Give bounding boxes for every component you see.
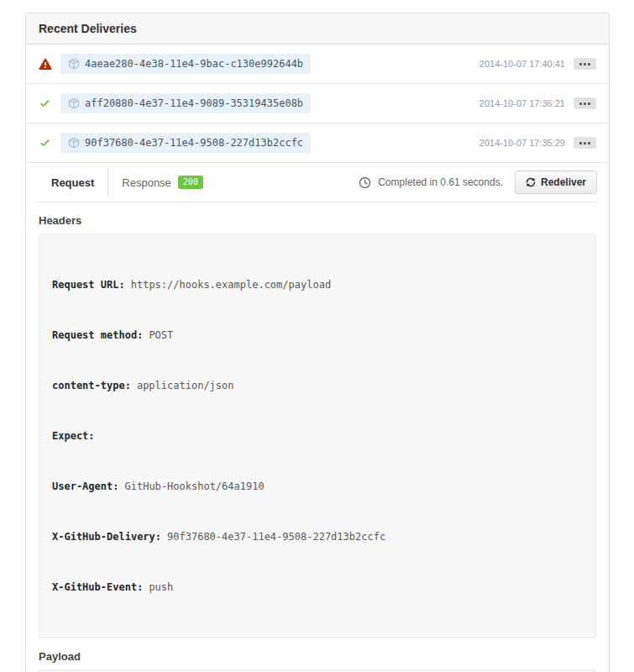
ellipsis-button[interactable] <box>574 58 596 70</box>
header-line: X-GitHub-Event:push <box>52 579 583 596</box>
headers-section-title: Headers <box>39 214 596 227</box>
sync-icon <box>526 176 536 188</box>
ellipsis-icon <box>579 102 582 105</box>
header-name: X-GitHub-Delivery: <box>52 531 161 543</box>
tab-request[interactable]: Request <box>38 170 107 196</box>
panel-title: Recent Deliveries <box>26 13 609 45</box>
status-code-badge: 200 <box>178 176 203 189</box>
header-name: X-GitHub-Event: <box>52 581 143 593</box>
header-line: Request URL:https://hooks.example.com/pa… <box>52 276 583 293</box>
delivery-uuid: 90f37680-4e37-11e4-9508-227d13b2ccfc <box>85 137 303 149</box>
header-line: Request method:POST <box>52 327 583 344</box>
delivery-uuid: 4aeae280-4e38-11e4-9bac-c130e992644b <box>85 58 303 70</box>
delivery-row: aff20880-4e37-11e4-9089-35319435e08b2014… <box>26 84 609 123</box>
header-line: X-GitHub-Delivery:90f37680-4e37-11e4-950… <box>52 528 583 545</box>
package-icon <box>68 58 80 70</box>
package-icon <box>68 97 80 109</box>
header-name: Expect: <box>52 430 95 442</box>
header-value: push <box>149 581 173 593</box>
header-name: content-type: <box>52 380 131 391</box>
package-icon <box>68 137 80 149</box>
alert-icon <box>39 57 54 71</box>
ellipsis-icon <box>584 63 586 66</box>
ellipsis-icon <box>584 102 586 105</box>
request-headers-box: Request URL:https://hooks.example.com/pa… <box>39 234 596 638</box>
detail-tab-bar: Request Response 200 Completed in 0.61 s… <box>38 163 597 202</box>
deliveries-list: 4aeae280-4e38-11e4-9bac-c130e992644b2014… <box>26 45 609 163</box>
tab-response-label: Response <box>122 176 171 189</box>
delivery-timestamp: 2014-10-07 17:40:41 <box>479 59 565 69</box>
header-line: User-Agent:GitHub-Hookshot/64a1910 <box>52 478 583 495</box>
tab-request-label: Request <box>51 176 94 189</box>
completed-text: Completed in 0.61 seconds. <box>378 176 503 188</box>
ellipsis-icon <box>584 142 586 144</box>
header-value: application/json <box>137 380 234 391</box>
payload-section-title: Payload <box>39 650 596 663</box>
recent-deliveries-panel: Recent Deliveries 4aeae280-4e38-11e4-9ba… <box>25 13 610 672</box>
ellipsis-icon <box>579 142 582 144</box>
delivery-timestamp: 2014-10-07 17:36:21 <box>479 98 565 108</box>
tab-bar-right: Completed in 0.61 seconds. Redeliver <box>359 171 597 194</box>
redeliver-label: Redeliver <box>541 176 586 188</box>
delivery-row: 4aeae280-4e38-11e4-9bac-c130e992644b2014… <box>26 45 609 84</box>
redeliver-button[interactable]: Redeliver <box>515 171 597 194</box>
header-name: Request URL: <box>52 279 125 291</box>
delivery-uuid: aff20880-4e37-11e4-9089-35319435e08b <box>85 97 303 109</box>
header-name: User-Agent: <box>52 480 118 492</box>
header-line: Expect: <box>52 428 583 444</box>
ellipsis-icon <box>588 102 590 105</box>
tab-response[interactable]: Response 200 <box>108 169 217 196</box>
delivery-uuid-pill[interactable]: aff20880-4e37-11e4-9089-35319435e08b <box>60 93 311 113</box>
ellipsis-icon <box>588 63 590 66</box>
header-value: POST <box>149 329 173 341</box>
clock-icon <box>359 176 371 189</box>
delivery-uuid-pill[interactable]: 4aeae280-4e38-11e4-9bac-c130e992644b <box>60 54 311 74</box>
header-name: Request method: <box>52 329 143 341</box>
header-line: content-type:application/json <box>52 377 583 394</box>
ellipsis-icon <box>579 63 582 66</box>
ellipsis-button[interactable] <box>574 97 596 109</box>
delivery-timestamp: 2014-10-07 17:35:29 <box>479 138 565 148</box>
ellipsis-button[interactable] <box>574 137 596 149</box>
header-value: https://hooks.example.com/payload <box>131 279 331 291</box>
ellipsis-icon <box>588 142 590 144</box>
header-value: GitHub-Hookshot/64a1910 <box>124 480 264 492</box>
delivery-uuid-pill[interactable]: 90f37680-4e37-11e4-9508-227d13b2ccfc <box>60 133 311 153</box>
header-value: 90f37680-4e37-11e4-9508-227d13b2ccfc <box>167 531 385 543</box>
check-icon <box>39 97 54 110</box>
check-icon <box>39 136 54 150</box>
delivery-row: 90f37680-4e37-11e4-9508-227d13b2ccfc2014… <box>26 123 609 163</box>
